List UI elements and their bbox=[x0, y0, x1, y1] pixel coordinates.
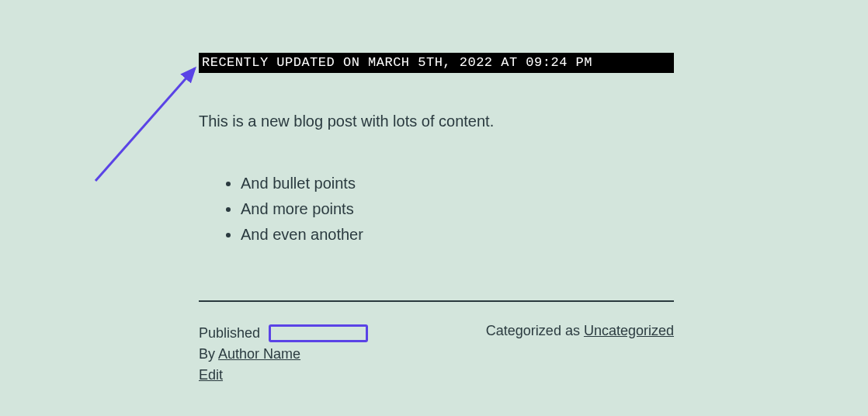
author-link[interactable]: Author Name bbox=[218, 346, 300, 362]
post-meta-left: Published By Author Name Edit bbox=[199, 323, 368, 386]
recently-updated-banner: RECENTLY UPDATED ON MARCH 5TH, 2022 AT 0… bbox=[199, 53, 674, 73]
list-item: And more points bbox=[241, 196, 674, 222]
meta-divider bbox=[199, 300, 674, 302]
annotation-arrow-icon bbox=[84, 61, 208, 189]
svg-line-0 bbox=[95, 68, 195, 181]
post-meta-right: Categorized as Uncategorized bbox=[486, 323, 674, 339]
published-date-highlight-box bbox=[269, 324, 368, 342]
published-label: Published bbox=[199, 325, 260, 341]
list-item: And even another bbox=[241, 222, 674, 248]
post-bullet-list: And bullet points And more points And ev… bbox=[199, 171, 674, 248]
post-intro-text: This is a new blog post with lots of con… bbox=[199, 110, 674, 132]
by-label: By bbox=[199, 346, 215, 362]
list-item: And bullet points bbox=[241, 171, 674, 196]
category-link[interactable]: Uncategorized bbox=[584, 323, 674, 338]
categorized-label: Categorized as bbox=[486, 323, 580, 338]
post-content: RECENTLY UPDATED ON MARCH 5TH, 2022 AT 0… bbox=[199, 53, 674, 248]
edit-link[interactable]: Edit bbox=[199, 367, 223, 383]
